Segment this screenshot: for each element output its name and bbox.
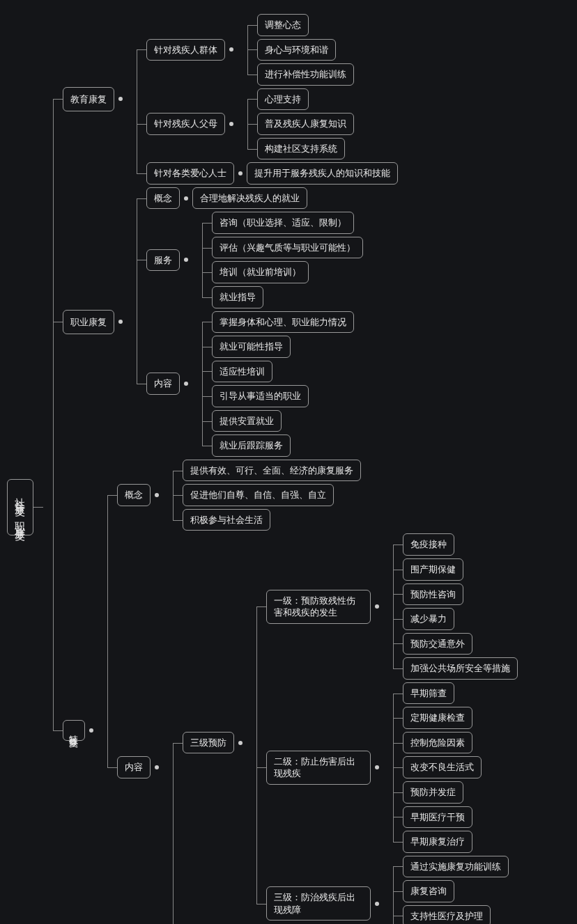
- leaf[interactable]: 早期康复治疗: [403, 831, 472, 853]
- leaf[interactable]: 支持性医疗及护理: [403, 905, 491, 924]
- node-community-content[interactable]: 内容: [117, 756, 151, 778]
- branch-community: 社区康复 概念 提供有效、可行、全面、经济的康复服务 促进他们自尊、自信、自强、…: [53, 460, 545, 924]
- leaf[interactable]: 提升用于服务残疾人的知识和技能: [247, 162, 398, 185]
- expand-dot[interactable]: [238, 171, 243, 175]
- node-level3[interactable]: 三级：防治残疾后出现残障: [266, 886, 371, 921]
- node-concept[interactable]: 概念: [146, 187, 180, 210]
- expand-dot[interactable]: [89, 728, 93, 733]
- leaf[interactable]: 定期健康检查: [403, 707, 472, 729]
- leaf[interactable]: 心理支持: [257, 88, 309, 111]
- leaf[interactable]: 提供安置就业: [212, 410, 282, 432]
- leaf[interactable]: 预防性咨询: [403, 584, 463, 606]
- expand-dot[interactable]: [184, 196, 188, 201]
- expand-dot[interactable]: [155, 765, 159, 769]
- leaf[interactable]: 预防交通意外: [403, 633, 472, 655]
- expand-dot[interactable]: [229, 47, 233, 52]
- expand-dot[interactable]: [375, 902, 379, 906]
- node-disabled-group[interactable]: 针对残疾人群体: [146, 39, 225, 61]
- root-children: 教育康复 针对残疾人群体 调整心态 身心与环境和谐 进行补偿性功能训练 针对残疾…: [53, 14, 545, 924]
- leaf[interactable]: 改变不良生活式: [403, 756, 482, 778]
- leaf[interactable]: 适应性培训: [212, 361, 272, 383]
- leaf[interactable]: 咨询（职业选择、适应、限制）: [212, 212, 354, 234]
- node-community-concept[interactable]: 概念: [117, 484, 151, 506]
- leaf[interactable]: 免疫接种: [403, 533, 454, 556]
- leaf[interactable]: 提供有效、可行、全面、经济的康复服务: [183, 460, 361, 482]
- expand-dot[interactable]: [184, 382, 188, 386]
- expand-dot[interactable]: [238, 741, 243, 745]
- node-level1[interactable]: 一级：预防致残性伤害和残疾的发生: [266, 590, 371, 624]
- leaf[interactable]: 早期医疗干预: [403, 806, 472, 829]
- leaf[interactable]: 就业指导: [212, 286, 263, 308]
- leaf[interactable]: 普及残疾人康复知识: [257, 113, 354, 135]
- leaf[interactable]: 培训（就业前培训）: [212, 261, 309, 283]
- leaf[interactable]: 掌握身体和心理、职业能力情况: [212, 311, 354, 334]
- expand-dot[interactable]: [155, 493, 159, 497]
- node-vocational[interactable]: 职业康复: [63, 310, 114, 335]
- expand-dot[interactable]: [118, 97, 123, 101]
- leaf[interactable]: 控制危险因素: [403, 732, 472, 754]
- node-volunteers[interactable]: 针对各类爱心人士: [146, 162, 234, 185]
- leaf[interactable]: 就业后跟踪服务: [212, 434, 291, 457]
- leaf[interactable]: 身心与环境和谐: [257, 39, 336, 61]
- node-three-level[interactable]: 三级预防: [183, 732, 234, 754]
- mindmap-root: 社会康复、职业康复 教育康复 针对残疾人群体 调整心态 身心与环境和谐 进行补偿…: [7, 14, 570, 924]
- leaf[interactable]: 康复咨询: [403, 880, 454, 902]
- node-content[interactable]: 内容: [146, 373, 180, 395]
- leaf[interactable]: 预防并发症: [403, 781, 463, 804]
- leaf[interactable]: 就业可能性指导: [212, 336, 291, 358]
- node-level2[interactable]: 二级：防止伤害后出现残疾: [266, 751, 371, 785]
- node-parents[interactable]: 针对残疾人父母: [146, 113, 225, 135]
- leaf[interactable]: 促进他们自尊、自信、自强、自立: [183, 484, 334, 506]
- leaf[interactable]: 早期筛查: [403, 682, 454, 705]
- expand-dot[interactable]: [184, 258, 188, 262]
- leaf[interactable]: 加强公共场所安全等措施: [403, 657, 518, 680]
- leaf[interactable]: 评估（兴趣气质等与职业可能性）: [212, 237, 363, 259]
- leaf[interactable]: 积极参与社会生活: [183, 509, 270, 531]
- expand-dot[interactable]: [375, 765, 379, 769]
- expand-dot[interactable]: [118, 320, 123, 324]
- branch-education: 教育康复 针对残疾人群体 调整心态 身心与环境和谐 进行补偿性功能训练 针对残疾…: [53, 14, 545, 185]
- node-education[interactable]: 教育康复: [63, 87, 114, 112]
- expand-dot[interactable]: [229, 122, 233, 126]
- branch-vocational: 职业康复 概念 合理地解决残疾人的就业 服务 咨询（职业选择、适应、限制） 评估…: [53, 187, 545, 457]
- root-node[interactable]: 社会康复、职业康复: [7, 479, 33, 535]
- node-service[interactable]: 服务: [146, 249, 180, 272]
- leaf[interactable]: 围产期保健: [403, 558, 463, 581]
- expand-dot[interactable]: [375, 604, 379, 609]
- leaf[interactable]: 调整心态: [257, 14, 309, 36]
- leaf[interactable]: 进行补偿性功能训练: [257, 63, 354, 86]
- leaf[interactable]: 构建社区支持系统: [257, 138, 345, 160]
- leaf[interactable]: 合理地解决残疾人的就业: [192, 187, 307, 210]
- leaf[interactable]: 减少暴力: [403, 608, 454, 630]
- node-community[interactable]: 社区康复: [63, 720, 85, 741]
- leaf[interactable]: 通过实施康复功能训练: [403, 856, 509, 878]
- leaf[interactable]: 引导从事适当的职业: [212, 385, 309, 407]
